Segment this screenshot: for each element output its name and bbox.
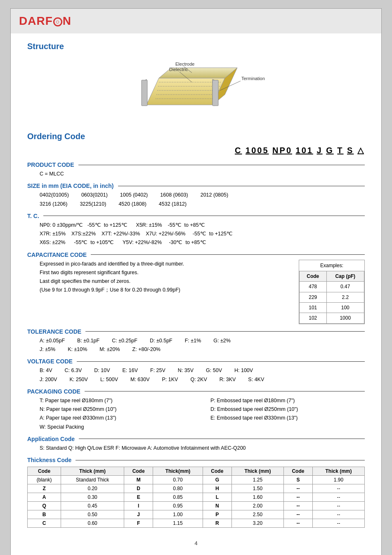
voltage-row1: B: 4V C: 6.3V D: 10V E: 16V F: 25V N: 35… xyxy=(40,366,365,375)
packaging-section: PACKAGING CODE T: Paper tape reel Ø180mm… xyxy=(27,388,365,432)
examples-table: Code Cap (pF) 478 0.47 229 xyxy=(299,271,364,324)
product-code-content: C = MLCC xyxy=(27,170,365,178)
size-row2: 3216 (1206) 3225(1210) 4520 (1808) 4532 … xyxy=(40,200,365,209)
code-J: J xyxy=(317,146,323,155)
packaging-left: T: Paper tape reel Ø180mm (7") N: Paper … xyxy=(40,396,194,432)
page-number: 4 xyxy=(27,540,365,546)
packaging-label: PACKAGING CODE xyxy=(27,388,365,395)
voltage-row2: J: 200V K: 250V L: 500V M: 630V P: 1KV Q… xyxy=(40,375,365,384)
table-row: B 0.50 J 1.00 P 2.50 -- -- xyxy=(28,510,365,519)
page: DARF○N Structure xyxy=(10,8,382,555)
structure-section: Structure xyxy=(27,42,365,121)
table-row: Q 0.45 I 0.95 N 2.00 -- -- xyxy=(28,502,365,510)
capacitance-label: CAPACITANCE CODE xyxy=(27,251,365,258)
tolerance-row1: A: ±0.05pF B: ±0.1pF C: ±0.25pF D: ±0.5p… xyxy=(40,337,365,345)
application-content: S: Standard Q: High Q/Low ESR F: Microwa… xyxy=(27,444,365,453)
electrode-label: Electrode xyxy=(175,62,194,66)
examples-col-cap: Cap (pF) xyxy=(326,271,364,281)
table-row: A 0.30 E 0.85 L 1.60 -- -- xyxy=(28,493,365,502)
table-row: (blank) Standard Thick M 0.70 G 1.25 S 1… xyxy=(28,476,365,484)
application-label: Application Code xyxy=(27,436,365,442)
code-C: C xyxy=(235,146,242,155)
capacitance-content: Expressed in pico-farads and identified … xyxy=(27,260,365,324)
logo: DARF○N xyxy=(19,14,71,27)
size-row1: 0402(01005) 0603(0201) 1005 (0402) 1608 … xyxy=(40,191,365,199)
code-NP0: NP0 xyxy=(272,146,292,155)
th-code4: Code xyxy=(283,467,312,476)
logo-bar: DARF○N xyxy=(11,9,381,33)
capacitor-diagram: Electrode Dielectric Termination xyxy=(93,59,299,121)
th-thick1: Thick (mm) xyxy=(61,467,124,476)
size-section: SIZE in mm (EIA CODE, in inch) 0402(0100… xyxy=(27,183,365,209)
examples-title: Examples: xyxy=(299,260,364,271)
logo-o-icon: ○ xyxy=(53,17,62,26)
tolerance-section: TOLERANCE CODE A: ±0.05pF B: ±0.1pF C: ±… xyxy=(27,328,365,354)
voltage-label: VOLTAGE CODE xyxy=(27,358,365,365)
code-1005: 1005 xyxy=(246,146,269,155)
th-code2: Code xyxy=(124,467,153,476)
ordering-code-section: Ordering Code C 1005 NP0 101 J G T S △ P… xyxy=(27,132,365,528)
product-code-label: PRODUCT CODE xyxy=(27,161,365,168)
svg-rect-9 xyxy=(142,80,147,106)
table-row: 101 100 xyxy=(300,303,364,313)
table-row: 102 1000 xyxy=(300,313,364,323)
thickness-table-wrapper: Code Thick (mm) Code Thick(mm) Code Thic… xyxy=(27,467,365,528)
tc-section: T. C. NP0: 0 ±30ppm/℃ -55℃ to +125℃ X5R:… xyxy=(27,213,365,247)
packaging-content: T: Paper tape reel Ø180mm (7") N: Paper … xyxy=(27,396,365,432)
structure-title: Structure xyxy=(27,42,365,51)
ordering-code-display: C 1005 NP0 101 J G T S △ xyxy=(27,145,365,155)
ordering-code-title: Ordering Code xyxy=(27,132,365,141)
thickness-label: Thickness Code xyxy=(27,457,365,463)
cap-text: Expressed in pico-farads and identified … xyxy=(40,260,290,295)
th-thick3: Thick (mm) xyxy=(231,467,283,476)
examples-box: Examples: Code Cap (pF) 478 xyxy=(299,260,365,324)
th-thick2: Thick(mm) xyxy=(153,467,203,476)
product-code-section: PRODUCT CODE C = MLCC xyxy=(27,161,365,178)
th-code1: Code xyxy=(28,467,61,476)
table-row: C 0.60 F 1.15 R 3.20 -- -- xyxy=(28,519,365,528)
tolerance-label: TOLERANCE CODE xyxy=(27,328,365,335)
dielectric-label: Dielectric xyxy=(169,67,188,72)
code-G: G xyxy=(326,146,334,155)
voltage-content: B: 4V C: 6.3V D: 10V E: 16V F: 25V N: 35… xyxy=(27,366,365,384)
tolerance-content: A: ±0.05pF B: ±0.1pF C: ±0.25pF D: ±0.5p… xyxy=(27,337,365,354)
code-101: 101 xyxy=(296,146,313,155)
cap-table-wrapper: Expressed in pico-farads and identified … xyxy=(40,260,365,324)
svg-rect-11 xyxy=(213,80,218,106)
application-section: Application Code S: Standard Q: High Q/L… xyxy=(27,436,365,453)
size-label: SIZE in mm (EIA CODE, in inch) xyxy=(27,183,365,189)
table-row: Z 0.20 D 0.80 H 1.50 -- -- xyxy=(28,484,365,493)
thickness-section: Thickness Code Code Thick (mm) Code Thic… xyxy=(27,457,365,528)
code-S: S xyxy=(347,146,354,155)
voltage-section: VOLTAGE CODE B: 4V C: 6.3V D: 10V E: 16V… xyxy=(27,358,365,384)
packaging-cols: T: Paper tape reel Ø180mm (7") N: Paper … xyxy=(40,396,365,432)
tc-label: T. C. xyxy=(27,213,365,219)
size-content: 0402(01005) 0603(0201) 1005 (0402) 1608 … xyxy=(27,191,365,209)
th-thick4: Thick (mm) xyxy=(313,467,365,476)
tc-content: NP0: 0 ±30ppm/℃ -55℃ to +125℃ X5R: ±15% … xyxy=(27,221,365,247)
tolerance-row2: J: ±5% K: ±10% M: ±20% Z: +80/-20% xyxy=(40,345,365,354)
table-row: 478 0.47 xyxy=(300,282,364,292)
packaging-right: P: Embossed tape reel Ø180mm (7") D: Emb… xyxy=(210,396,365,432)
th-code3: Code xyxy=(203,467,231,476)
examples-col-code: Code xyxy=(300,271,327,281)
thickness-table: Code Thick (mm) Code Thick(mm) Code Thic… xyxy=(27,467,365,528)
capacitance-section: CAPACITANCE CODE Expressed in pico-farad… xyxy=(27,251,365,324)
code-T: T xyxy=(337,146,343,155)
diagram-area: Electrode Dielectric Termination xyxy=(27,55,365,121)
termination-label: Termination xyxy=(241,76,265,81)
table-row: 229 2.2 xyxy=(300,292,364,302)
code-triangle: △ xyxy=(357,146,365,155)
